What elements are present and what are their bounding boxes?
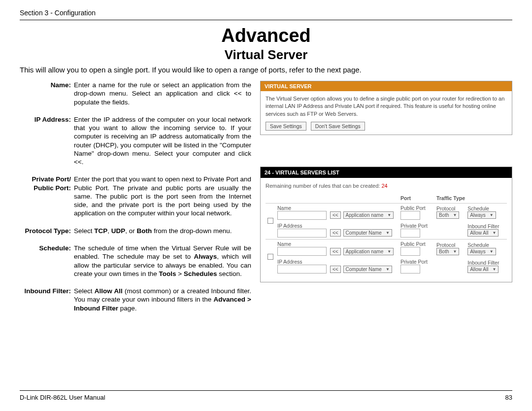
name-input[interactable] — [277, 211, 327, 220]
chevron-down-icon: ▼ — [386, 267, 390, 272]
schedule-select[interactable]: Always▼ — [467, 248, 496, 255]
rules-table: Port Traffic Type Name << Application na… — [266, 194, 507, 275]
list-body: Remaining number of rules that can be cr… — [261, 178, 512, 282]
copy-computer-button[interactable]: << — [330, 266, 341, 273]
def-ip-body: Enter the IP address of the computer on … — [74, 115, 251, 167]
chevron-down-icon: ▼ — [387, 213, 391, 217]
virtual-servers-list-panel: 24 - VIRTUAL SERVERS LIST Remaining numb… — [260, 167, 512, 282]
table-row: Name << Application name▼ Public Port Pr… — [266, 203, 507, 221]
chevron-down-icon: ▼ — [492, 231, 496, 235]
dont-save-settings-button[interactable]: Don't Save Settings — [311, 122, 365, 131]
footer-page-number: 83 — [505, 394, 512, 401]
label-private-port: Private Port — [400, 223, 428, 229]
label-public-port: Public Port — [400, 241, 426, 247]
chevron-down-icon: ▼ — [386, 231, 390, 235]
def-inbound: Inbound Filter: Select Allow All (most c… — [20, 287, 251, 312]
label-protocol: Protocol — [436, 242, 456, 248]
screenshot-column: VIRTUAL SERVER The Virtual Server option… — [260, 81, 512, 321]
def-protocol: Protocol Type: Select TCP, UDP, or Both … — [20, 227, 251, 235]
public-port-input[interactable] — [400, 211, 420, 220]
label-inbound: Inbound Filter — [467, 223, 499, 229]
label-protocol: Protocol — [436, 206, 456, 211]
def-ports-label-line1: Private Port/ — [32, 175, 71, 183]
label-name: Name — [277, 205, 291, 211]
chevron-down-icon: ▼ — [490, 213, 494, 217]
def-ip: IP Address: Enter the IP address of the … — [20, 115, 251, 167]
def-protocol-label: Protocol Type: — [20, 227, 74, 235]
chevron-down-icon: ▼ — [453, 213, 457, 217]
virtual-server-panel: VIRTUAL SERVER The Virtual Server option… — [260, 81, 512, 135]
ip-input[interactable] — [277, 229, 327, 238]
protocol-select[interactable]: Both▼ — [436, 248, 460, 255]
private-port-input[interactable] — [400, 265, 420, 274]
def-ip-label: IP Address: — [20, 115, 74, 167]
application-select[interactable]: Application name▼ — [343, 248, 394, 255]
list-panel-title: 24 - VIRTUAL SERVERS LIST — [261, 167, 512, 178]
label-ip: IP Address — [277, 259, 302, 265]
def-name-body: Enter a name for the rule or select an a… — [74, 81, 251, 106]
name-input[interactable] — [277, 247, 327, 256]
def-name-label: Name: — [20, 81, 74, 106]
chevron-down-icon: ▼ — [387, 249, 391, 254]
footer-rule — [20, 390, 512, 391]
label-inbound: Inbound Filter — [467, 260, 499, 266]
table-row: IP Address << Computer Name▼ Private Por… — [266, 221, 507, 239]
page-footer: D-Link DIR-862L User Manual 83 — [20, 390, 512, 401]
def-ports-label: Private Port/ Public Port: — [20, 175, 74, 217]
def-inbound-body: Select Allow All (most common) or a crea… — [74, 287, 251, 312]
inbound-filter-select[interactable]: Allow All▼ — [467, 266, 499, 273]
def-schedule: Schedule: The schedule of time when the … — [20, 244, 251, 278]
definitions-column: Name: Enter a name for the rule or selec… — [20, 81, 251, 321]
def-schedule-body: The schedule of time when the Virtual Se… — [74, 244, 251, 278]
enable-checkbox[interactable] — [267, 218, 273, 224]
protocol-select[interactable]: Both▼ — [436, 211, 460, 219]
save-settings-button[interactable]: Save Settings — [266, 122, 306, 131]
intro-text: This will allow you to open a single por… — [20, 66, 512, 74]
panel-body: The Virtual Server option allows you to … — [261, 91, 512, 135]
label-schedule: Schedule — [467, 242, 489, 248]
def-inbound-label: Inbound Filter: — [20, 287, 74, 312]
enable-checkbox[interactable] — [267, 254, 273, 260]
panel-title: VIRTUAL SERVER — [261, 81, 512, 91]
content-columns: Name: Enter a name for the rule or selec… — [20, 81, 512, 321]
label-private-port: Private Port — [400, 259, 428, 265]
page-title-main: Advanced — [20, 25, 512, 46]
section-breadcrumb: Section 3 - Configuration — [20, 9, 512, 17]
page-title-sub: Virtual Server — [20, 47, 512, 63]
panel-description: The Virtual Server option allows you to … — [266, 95, 507, 118]
label-ip: IP Address — [277, 223, 302, 229]
label-public-port: Public Port — [400, 205, 426, 211]
application-select[interactable]: Application name▼ — [343, 211, 394, 219]
def-protocol-body: Select TCP, UDP, or Both from the drop-d… — [74, 227, 251, 235]
label-name: Name — [277, 241, 291, 247]
copy-computer-button[interactable]: << — [330, 229, 341, 237]
copy-app-button[interactable]: << — [330, 211, 341, 219]
table-row: Name << Application name▼ Public Port Pr… — [266, 240, 507, 258]
copy-app-button[interactable]: << — [330, 248, 341, 255]
public-port-input[interactable] — [400, 247, 420, 256]
col-port: Port — [399, 194, 434, 203]
remaining-count: 24 — [381, 183, 387, 189]
ip-input[interactable] — [277, 265, 327, 274]
def-name: Name: Enter a name for the rule or selec… — [20, 81, 251, 106]
inbound-filter-select[interactable]: Allow All▼ — [467, 229, 499, 237]
schedule-select[interactable]: Always▼ — [467, 211, 496, 219]
private-port-input[interactable] — [400, 229, 420, 238]
footer-manual-name: D-Link DIR-862L User Manual — [20, 394, 105, 401]
header-rule — [20, 20, 512, 20]
table-row: IP Address << Computer Name▼ Private Por… — [266, 257, 507, 275]
def-ports-body: Enter the port that you want to open nex… — [74, 175, 251, 217]
chevron-down-icon: ▼ — [492, 267, 496, 272]
remaining-rules-text: Remaining number of rules that can be cr… — [266, 183, 507, 189]
chevron-down-icon: ▼ — [453, 249, 457, 254]
def-schedule-label: Schedule: — [20, 244, 74, 278]
computer-select[interactable]: Computer Name▼ — [343, 266, 392, 273]
def-ports-label-line2: Public Port: — [33, 184, 71, 192]
computer-select[interactable]: Computer Name▼ — [343, 229, 392, 237]
def-ports: Private Port/ Public Port: Enter the por… — [20, 175, 251, 217]
chevron-down-icon: ▼ — [490, 249, 494, 254]
label-schedule: Schedule — [467, 206, 489, 211]
col-traffic: Traffic Type — [434, 194, 507, 203]
